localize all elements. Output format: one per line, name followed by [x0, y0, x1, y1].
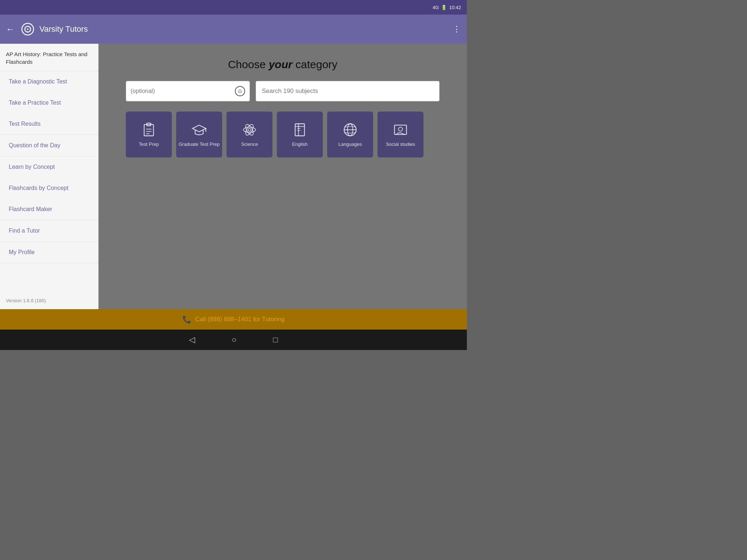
- sidebar-item-diagnostic[interactable]: Take a Diagnostic Test: [0, 71, 98, 92]
- svg-point-2: [27, 28, 28, 30]
- phone-icon: 📞: [182, 315, 191, 324]
- subject-input[interactable]: [131, 88, 235, 94]
- atom-icon: [241, 122, 258, 138]
- sidebar-item-flashcards[interactable]: Flashcards by Concept: [0, 178, 98, 199]
- category-grad-test-prep[interactable]: Graduate Test Prep: [176, 112, 222, 158]
- search-190-input[interactable]: [262, 88, 433, 95]
- nav-home-button[interactable]: ○: [232, 335, 236, 345]
- sidebar-section-tutor: Find a Tutor: [0, 220, 98, 242]
- svg-point-20: [399, 127, 403, 131]
- grad-test-prep-label: Graduate Test Prep: [177, 141, 222, 148]
- sidebar-header: AP Art History: Practice Tests and Flash…: [0, 44, 98, 71]
- content-area: Choose your category ⊙ Test: [98, 44, 467, 309]
- status-bar: 4G 🔋 10:42: [0, 0, 467, 15]
- version-label: Version 1.6.8 (180): [0, 292, 98, 309]
- sidebar-item-flashcard-maker[interactable]: Flashcard Maker: [0, 199, 98, 220]
- svg-point-11: [244, 127, 256, 132]
- sidebar-section-learn: Learn by Concept Flashcards by Concept F…: [0, 156, 98, 220]
- search-190-box: [256, 81, 440, 101]
- sidebar-item-find-tutor[interactable]: Find a Tutor: [0, 220, 98, 241]
- call-bar-text: Call (888) 888–1401 for Tutoring: [195, 316, 285, 323]
- time-display: 10:42: [449, 5, 461, 10]
- globe-icon: [342, 122, 358, 138]
- sidebar-section-profile: My Profile: [0, 242, 98, 263]
- search-row: ⊙: [126, 81, 440, 101]
- app-bar: ← Varsity Tutors ⋮: [0, 15, 467, 44]
- svg-rect-14: [295, 124, 305, 136]
- compass-icon[interactable]: ⊙: [235, 86, 245, 96]
- person-card-icon: [392, 122, 409, 138]
- sidebar-item-learn[interactable]: Learn by Concept: [0, 156, 98, 178]
- category-languages[interactable]: Languages: [327, 112, 373, 158]
- sidebar-item-practice[interactable]: Take a Practice Test: [0, 92, 98, 113]
- category-english[interactable]: English: [277, 112, 323, 158]
- app-title: Varsity Tutors: [39, 24, 453, 34]
- social-studies-label: Social studies: [384, 141, 417, 148]
- nav-back-button[interactable]: ◁: [189, 335, 195, 345]
- sidebar-item-results[interactable]: Test Results: [0, 113, 98, 135]
- battery-indicator: 🔋: [441, 5, 447, 10]
- book-icon: [292, 122, 308, 138]
- sidebar-section-qod: Question of the Day: [0, 135, 98, 156]
- clipboard-icon: [141, 122, 157, 138]
- page-title: Choose your category: [228, 58, 337, 71]
- category-test-prep[interactable]: Test Prep: [126, 112, 172, 158]
- svg-marker-8: [193, 125, 206, 132]
- app-logo: [20, 22, 35, 36]
- category-science[interactable]: Science: [227, 112, 272, 158]
- sidebar-item-qod[interactable]: Question of the Day: [0, 135, 98, 156]
- graduation-icon: [191, 122, 207, 138]
- sidebar: AP Art History: Practice Tests and Flash…: [0, 44, 98, 309]
- main-layout: AP Art History: Practice Tests and Flash…: [0, 44, 467, 309]
- science-label: Science: [239, 141, 260, 148]
- title-suffix: category: [293, 58, 337, 70]
- status-bar-right: 4G 🔋 10:42: [433, 5, 461, 10]
- sidebar-item-profile[interactable]: My Profile: [0, 242, 98, 263]
- subject-search-box: ⊙: [126, 81, 250, 101]
- languages-label: Languages: [336, 141, 364, 148]
- title-italic: your: [269, 58, 293, 70]
- call-bar[interactable]: 📞 Call (888) 888–1401 for Tutoring: [0, 309, 467, 330]
- title-prefix: Choose: [228, 58, 269, 70]
- menu-button[interactable]: ⋮: [453, 24, 461, 34]
- back-button[interactable]: ←: [6, 24, 15, 34]
- nav-bar: ◁ ○ □: [0, 330, 467, 350]
- english-label: English: [290, 141, 310, 148]
- category-social-studies[interactable]: Social studies: [378, 112, 423, 158]
- test-prep-label: Test Prep: [137, 141, 161, 148]
- svg-point-10: [248, 128, 251, 131]
- sidebar-section-tests: Take a Diagnostic Test Take a Practice T…: [0, 71, 98, 135]
- signal-indicator: 4G: [433, 5, 439, 10]
- category-row: Test Prep Graduate Test Prep: [126, 112, 440, 158]
- nav-recent-button[interactable]: □: [273, 335, 278, 345]
